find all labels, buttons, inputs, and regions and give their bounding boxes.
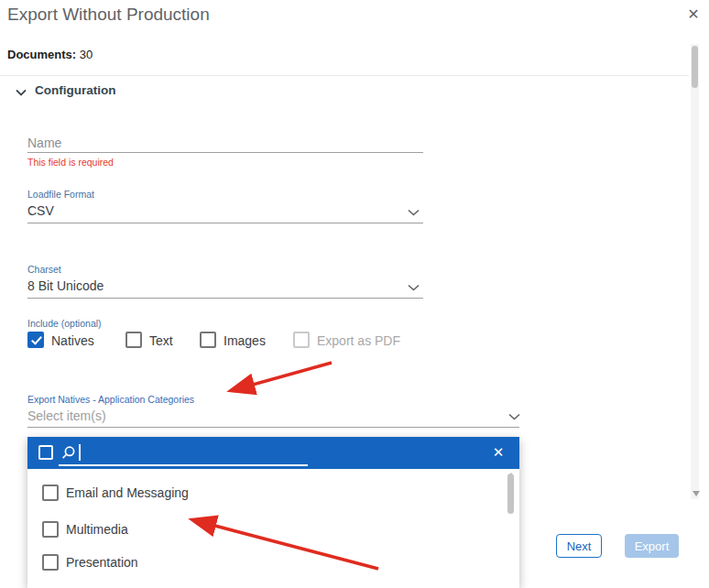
- multimedia-checkbox[interactable]: [42, 521, 59, 538]
- scroll-down-arrow-icon[interactable]: [693, 491, 700, 496]
- dropdown-search-header: ✕: [27, 437, 519, 469]
- images-checkbox[interactable]: [200, 332, 216, 348]
- text-checkbox-label[interactable]: Text: [149, 333, 173, 348]
- chevron-down-icon[interactable]: [16, 89, 27, 96]
- text-checkbox[interactable]: [125, 332, 142, 348]
- natives-checkbox[interactable]: [27, 332, 44, 348]
- charset-label: Charset: [27, 264, 61, 275]
- export-as-pdf-checkbox-label: Export as PDF: [317, 333, 400, 348]
- list-item-label: Email and Messaging: [66, 485, 189, 500]
- next-button[interactable]: Next: [556, 534, 602, 558]
- list-item-label: Presentation: [66, 555, 138, 570]
- main-scrollbar-track[interactable]: [691, 44, 699, 499]
- export-dialog: Export Without Production ✕ Documents: 3…: [0, 0, 709, 588]
- annotation-arrow-1: [233, 363, 332, 390]
- list-item-email-and-messaging[interactable]: Email and Messaging: [27, 485, 495, 512]
- documents-label: Documents:: [7, 48, 76, 61]
- images-checkbox-label[interactable]: Images: [224, 333, 266, 348]
- export-natives-categories-label: Export Natives - Application Categories: [27, 394, 194, 405]
- dropdown-chevron-icon[interactable]: [408, 209, 420, 216]
- list-item-label: Multimedia: [66, 522, 128, 537]
- select-all-checkbox[interactable]: [38, 445, 53, 460]
- export-natives-categories-select[interactable]: Select item(s): [27, 408, 106, 423]
- close-icon[interactable]: ✕: [683, 4, 704, 24]
- dropdown-chevron-icon[interactable]: [508, 413, 520, 420]
- loadfile-format-underline: [27, 223, 423, 223]
- natives-checkbox-label[interactable]: Natives: [51, 333, 94, 348]
- export-as-pdf-checkbox: [293, 332, 310, 348]
- list-item-multimedia[interactable]: Multimedia: [27, 521, 495, 549]
- export-button: Export: [625, 534, 679, 558]
- section-divider: [0, 75, 689, 76]
- include-label: Include (optional): [27, 318, 102, 329]
- presentation-checkbox[interactable]: [42, 554, 59, 571]
- configuration-section-label: Configuration: [35, 83, 115, 97]
- dialog-title: Export Without Production: [7, 5, 210, 25]
- documents-count: 30: [80, 48, 93, 61]
- email-and-messaging-checkbox[interactable]: [42, 485, 59, 501]
- categories-dropdown-panel: ✕ Email and Messaging Multimedia Present…: [27, 437, 519, 588]
- loadfile-format-select[interactable]: CSV: [27, 203, 54, 218]
- main-scrollbar-thumb[interactable]: [692, 46, 698, 88]
- charset-select[interactable]: 8 Bit Unicode: [27, 278, 104, 293]
- list-item-presentation[interactable]: Presentation: [27, 554, 495, 582]
- dropdown-close-icon[interactable]: ✕: [489, 443, 507, 462]
- dropdown-chevron-icon[interactable]: [408, 284, 420, 291]
- loadfile-format-label: Loadfile Format: [27, 189, 94, 200]
- export-natives-underline: [27, 427, 519, 428]
- name-field-underline: [27, 152, 423, 153]
- dropdown-scrollbar-thumb[interactable]: [507, 474, 514, 514]
- charset-underline: [27, 298, 423, 299]
- name-field-error: This field is required: [27, 157, 114, 168]
- documents-count-row: Documents: 30: [7, 48, 93, 61]
- dropdown-search-input[interactable]: [59, 441, 308, 466]
- name-field[interactable]: Name: [27, 136, 61, 150]
